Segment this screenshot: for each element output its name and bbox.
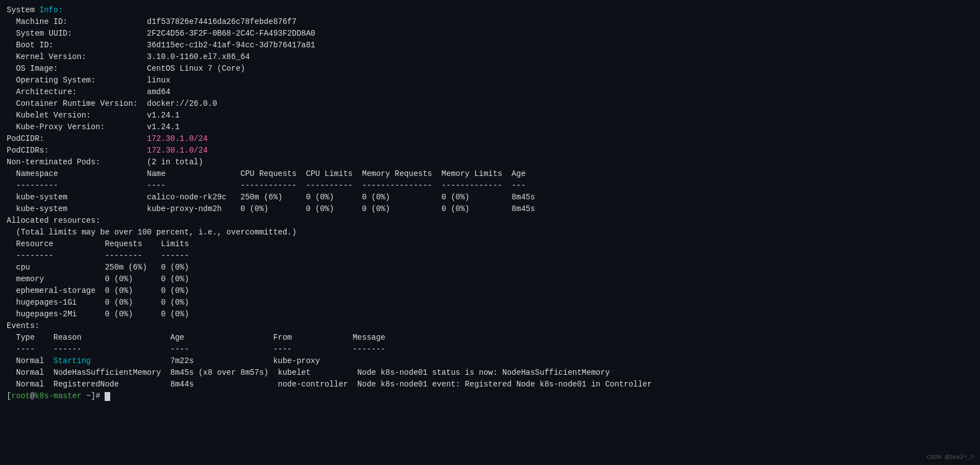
- system-info-line: System Info:: [7, 4, 973, 16]
- pods-separator-line: --------- ---- ------------ ---------- -…: [7, 180, 973, 192]
- events-header-line: Type Reason Age From Message: [7, 332, 973, 344]
- kube-proxy-version-line: Kube-Proxy Version: v1.24.1: [7, 121, 973, 133]
- operating-system-line: Operating System: linux: [7, 75, 973, 86]
- resource-separator-line: -------- -------- ------: [7, 250, 973, 262]
- events-separator-line: ---- ------ ---- ---- -------: [7, 344, 973, 355]
- events-label-line: Events:: [7, 320, 973, 332]
- prompt[interactable]: [root@k8s-master ~]#: [7, 390, 973, 402]
- podcidrs-plural-line: PodCIDRs: 172.30.1.0/24: [7, 145, 973, 156]
- podcidrs-line: PodCIDR: 172.30.1.0/24: [7, 133, 973, 145]
- architecture-line: Architecture: amd64: [7, 86, 973, 98]
- container-runtime-line: Container Runtime Version: docker://26.0…: [7, 98, 973, 110]
- event-node-memory-line: Normal NodeHasSufficientMemory 8m45s (x8…: [7, 367, 973, 379]
- event-registered-line: Normal RegisteredNode 8m44s node-control…: [7, 379, 973, 390]
- machine-id-line: Machine ID: d1f537826e74416da26c78febde8…: [7, 16, 973, 28]
- hugepages-2mi-line: hugepages-2Mi 0 (0%) 0 (0%): [7, 309, 973, 320]
- kernel-version-line: Kernel Version: 3.10.0-1160.el7.x86_64: [7, 51, 973, 63]
- prompt-bracket-open: [: [7, 390, 11, 402]
- pod-kube-proxy-line: kube-system kube-proxy-ndm2h 0 (0%) 0 (0…: [7, 203, 973, 215]
- prompt-user: root: [11, 390, 30, 402]
- boot-id-line: Boot ID: 36d115ec-c1b2-41af-94cc-3d7b764…: [7, 40, 973, 51]
- non-terminated-pods-line: Non-terminated Pods: (2 in total): [7, 156, 973, 168]
- cursor: [105, 392, 110, 401]
- pods-header-line: Namespace Name CPU Requests CPU Limits M…: [7, 168, 973, 180]
- prompt-host: k8s-master: [35, 390, 81, 402]
- prompt-bracket-close: ]: [91, 390, 95, 402]
- ephemeral-storage-line: ephemeral-storage 0 (0%) 0 (0%): [7, 285, 973, 297]
- kubelet-version-line: Kubelet Version: v1.24.1: [7, 110, 973, 121]
- watermark: CSDN @Seal^_^: [927, 453, 974, 462]
- allocated-resources-line: Allocated resources:: [7, 215, 973, 227]
- prompt-path: ~: [81, 390, 91, 402]
- prompt-dollar: #: [96, 390, 105, 402]
- total-limits-note-line: (Total limits may be over 100 percent, i…: [7, 227, 973, 238]
- memory-resource-line: memory 0 (0%) 0 (0%): [7, 273, 973, 285]
- resource-header-line: Resource Requests Limits: [7, 238, 973, 250]
- event-starting-line: Normal Starting 7m22s kube-proxy: [7, 355, 973, 367]
- prompt-at: @: [30, 390, 35, 402]
- pod-calico-line: kube-system calico-node-rk29c 250m (6%) …: [7, 192, 973, 203]
- os-image-line: OS Image: CentOS Linux 7 (Core): [7, 63, 973, 75]
- hugepages-1gi-line: hugepages-1Gi 0 (0%) 0 (0%): [7, 297, 973, 309]
- system-uuid-line: System UUID: 2F2C4D56-3F2F-0B68-2C4C-FA4…: [7, 28, 973, 40]
- cpu-resource-line: cpu 250m (6%) 0 (0%): [7, 262, 973, 273]
- terminal-window: System Info: Machine ID: d1f537826e74416…: [0, 0, 980, 465]
